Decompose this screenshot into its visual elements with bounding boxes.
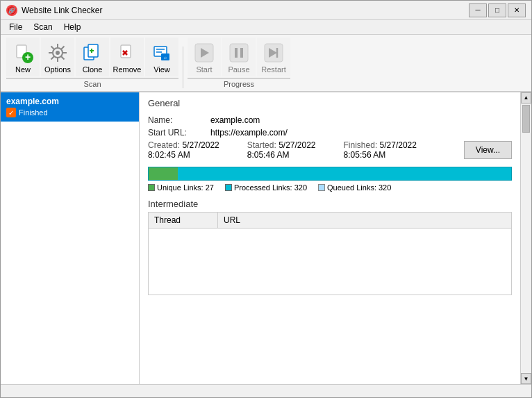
processed-links-label: Processed Links: <box>234 183 292 192</box>
progress-group-label: Progress <box>188 78 290 88</box>
clone-icon <box>81 42 103 64</box>
svg-line-14 <box>51 56 54 59</box>
view-results-button[interactable]: View... <box>464 141 512 159</box>
scroll-track <box>521 103 531 373</box>
toolbar: + New <box>1 35 531 92</box>
dates-view-row: Created: 5/27/2022 8:02:45 AM Started: 5… <box>148 140 512 160</box>
general-section-title: General <box>148 98 512 110</box>
scan-group-label: Scan <box>6 78 178 88</box>
restart-label: Restart <box>261 65 285 74</box>
menu-help[interactable]: Help <box>58 21 87 33</box>
menu-scan[interactable]: Scan <box>28 21 58 33</box>
pause-icon <box>228 42 250 64</box>
processed-links-value: 320 <box>294 183 307 192</box>
svg-text:+: + <box>25 51 31 63</box>
intermediate-title: Intermediate <box>148 199 512 209</box>
finished-label: Finished: <box>344 140 378 150</box>
remove-button[interactable]: Remove <box>110 38 144 76</box>
window-frame: 🔗 Website Link Checker ─ □ ✕ File Scan H… <box>0 0 532 398</box>
started-label: Started: <box>247 140 276 150</box>
created-label: Created: <box>148 140 180 150</box>
thread-table-container: Thread URL <box>148 212 512 295</box>
options-button[interactable]: Options <box>41 38 74 76</box>
scroll-down-button[interactable]: ▼ <box>521 373 531 384</box>
toolbar-scan-buttons: + New <box>6 38 178 76</box>
progress-bar-track <box>148 167 512 181</box>
name-value: example.com <box>210 115 260 125</box>
finished-icon: ✓ <box>6 108 16 117</box>
clone-button[interactable]: Clone <box>76 38 109 76</box>
scroll-up-button[interactable]: ▲ <box>521 92 531 103</box>
sidebar-item-status: ✓ Finished <box>6 108 133 117</box>
start-url-value: https://example.com/ <box>210 128 288 138</box>
toolbar-scan-group: + New <box>6 38 178 88</box>
scroll-thumb[interactable] <box>522 105 530 133</box>
thread-column-header: Thread <box>149 213 218 228</box>
content-area: General Name: example.com Start URL: htt… <box>140 92 520 384</box>
restart-button[interactable]: Restart <box>257 38 290 76</box>
svg-text:✓: ✓ <box>8 109 14 117</box>
finished-time: 8:05:56 AM <box>344 150 386 160</box>
window-title: Website Link Checker <box>22 6 469 15</box>
intermediate-section: Intermediate Thread URL <box>148 199 512 295</box>
processed-links-legend: Processed Links: 320 <box>225 183 307 192</box>
toolbar-separator <box>183 47 183 88</box>
dates-section: Created: 5/27/2022 8:02:45 AM Started: 5… <box>148 140 417 160</box>
svg-line-12 <box>61 56 64 59</box>
created-time: 8:02:45 AM <box>148 150 190 160</box>
minimize-button[interactable]: ─ <box>469 3 487 17</box>
menu-file[interactable]: File <box>3 21 28 33</box>
created-block: Created: 5/27/2022 8:02:45 AM <box>148 140 219 160</box>
started-date: 5/27/2022 <box>279 140 315 150</box>
svg-text:⌕: ⌕ <box>164 55 167 60</box>
progress-bar-fill <box>149 167 178 180</box>
remove-icon <box>116 42 138 64</box>
unique-links-box <box>148 184 155 191</box>
window-controls: ─ □ ✕ <box>469 3 526 17</box>
svg-rect-30 <box>235 48 238 58</box>
menu-bar: File Scan Help <box>1 20 531 35</box>
view-button[interactable]: ⌕ View <box>145 38 178 76</box>
new-icon: + <box>12 42 34 64</box>
start-icon <box>193 42 215 64</box>
new-label: New <box>15 65 31 74</box>
unique-links-value: 27 <box>206 183 214 192</box>
maximize-button[interactable]: □ <box>488 3 506 17</box>
finished-block: Finished: 5/27/2022 8:05:56 AM <box>344 140 417 160</box>
sidebar-item[interactable]: example.com ✓ Finished <box>1 92 139 122</box>
started-time: 8:05:46 AM <box>247 150 290 160</box>
start-label: Start <box>196 65 212 74</box>
queued-links-box <box>318 184 325 191</box>
svg-rect-31 <box>240 48 243 58</box>
unique-links-label: Unique Links: <box>157 183 203 192</box>
queued-links-label: Queued Links: <box>327 183 376 192</box>
new-button[interactable]: + New <box>6 38 40 76</box>
sidebar-status-text: Finished <box>19 108 48 117</box>
thread-table-header: Thread URL <box>149 213 511 229</box>
url-column-header: URL <box>218 213 511 228</box>
created-date: 5/27/2022 <box>182 140 219 150</box>
progress-labels: Unique Links: 27 Processed Links: 320 Qu… <box>148 183 512 192</box>
unique-links-legend: Unique Links: 27 <box>148 183 214 192</box>
svg-line-11 <box>51 46 54 49</box>
name-row: Name: example.com <box>148 115 512 125</box>
queued-links-legend: Queued Links: 320 <box>318 183 391 192</box>
sidebar-item-name: example.com <box>6 97 133 106</box>
pause-button[interactable]: Pause <box>222 38 256 76</box>
options-icon <box>47 42 69 64</box>
start-button[interactable]: Start <box>188 38 221 76</box>
view-icon: ⌕ <box>151 42 173 64</box>
processed-links-box <box>225 184 232 191</box>
started-block: Started: 5/27/2022 8:05:46 AM <box>247 140 316 160</box>
svg-rect-29 <box>230 44 248 62</box>
progress-area: Unique Links: 27 Processed Links: 320 Qu… <box>148 167 512 192</box>
pause-label: Pause <box>228 65 249 74</box>
close-button[interactable]: ✕ <box>508 3 526 17</box>
scrollbar: ▲ ▼ <box>520 92 531 384</box>
options-label: Options <box>44 65 71 74</box>
svg-line-13 <box>61 46 64 49</box>
remove-label: Remove <box>113 65 142 74</box>
view-label: View <box>153 65 170 74</box>
finished-date: 5/27/2022 <box>380 140 417 150</box>
clone-label: Clone <box>83 65 103 74</box>
